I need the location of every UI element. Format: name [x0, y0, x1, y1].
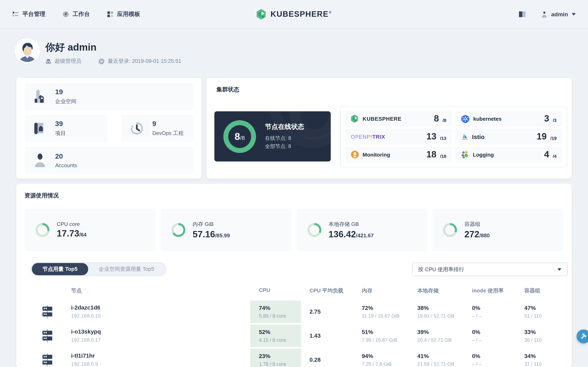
- stat-label: DevOps 工程: [152, 130, 183, 137]
- node-name[interactable]: i-o13skypq: [71, 328, 101, 335]
- stat-value: 39: [55, 120, 66, 128]
- nav-platform-management[interactable]: 平台管理: [12, 10, 45, 18]
- pods-percent: 47%: [524, 305, 536, 311]
- cpu-load: 1.43: [310, 332, 321, 339]
- component-value: 13: [426, 131, 436, 142]
- resource-value: 272/880: [465, 229, 490, 240]
- kubernetes-icon: [461, 114, 470, 123]
- component-logging[interactable]: Logging 4 /4: [455, 147, 562, 162]
- component-value: 3: [544, 113, 549, 124]
- component-name: Monitoring: [363, 151, 390, 158]
- cpu-percent: 52%: [259, 329, 270, 335]
- memory-usage-donut: [172, 223, 185, 237]
- tab-node-usage-top5[interactable]: 节点用量 Top5: [32, 263, 88, 275]
- storage-percent: 39%: [417, 329, 429, 335]
- storage-percent: 41%: [417, 353, 429, 359]
- stat-accounts[interactable]: 20 Accounts: [25, 147, 193, 174]
- cpu-cell-highlight: [250, 300, 301, 323]
- node-name[interactable]: i-2dazc1d6: [71, 304, 100, 311]
- cpu-load: 0.28: [310, 356, 321, 363]
- component-capacity: /19: [550, 136, 557, 141]
- stat-label: 项目: [55, 130, 66, 137]
- resource-cpu: CPU core 17.73/64: [25, 209, 156, 251]
- component-monitoring[interactable]: Monitoring 18 /18: [345, 147, 452, 162]
- overview-stats-card: 19 企业空间 39 项目 9 DevOps 工程: [16, 78, 201, 179]
- istio-icon: [461, 133, 468, 141]
- table-row[interactable]: i-2dazc1d6 192.168.0.15 74% 5.89 / 8 cor…: [31, 300, 567, 323]
- component-istio[interactable]: Istio 19 /19: [455, 129, 562, 144]
- resource-label: 本地存储 GB: [329, 220, 374, 228]
- table-row[interactable]: i-o13skypq 192.168.0.17 52% 4.15 / 8 cor…: [31, 325, 567, 347]
- resource-local-storage: 本地存储 GB 136.42/421.67: [297, 209, 427, 251]
- stat-projects[interactable]: 39 项目: [25, 115, 107, 142]
- memory-percent: 51%: [362, 329, 373, 335]
- resource-value: 17.73/64: [57, 228, 86, 239]
- docs-book-icon[interactable]: [518, 11, 526, 17]
- pods-percent: 33%: [524, 329, 536, 335]
- component-kubesphere[interactable]: KUBESPHERE 8 /8: [345, 111, 452, 126]
- openpitrix-logo: OPENP!TRIX: [351, 133, 385, 140]
- col-pods: 容器组: [524, 287, 540, 294]
- resource-value: 57.16/85.99: [193, 229, 230, 240]
- greeting-block: 你好 admin 超级管理员 最近登录: 2019-09-01 15:25:51: [16, 40, 181, 65]
- top-nav-bar: 平台管理 工作台 应用模板 KUBESPHERE®: [0, 0, 588, 29]
- storage-detail: 21.56 / 52.71 GB: [417, 361, 454, 367]
- memory-detail: 7.25 / 7.8 GiB: [362, 361, 392, 367]
- user-menu[interactable]: admin: [541, 11, 576, 17]
- cpu-detail: 1.79 / 8 core: [259, 361, 286, 367]
- table-row[interactable]: i-tl1i71hr 192.168.0.9 23% 1.79 / 8 core…: [31, 349, 567, 367]
- node-ip: 192.168.0.17: [71, 337, 101, 343]
- memory-detail: 7.95 / 15.67 GiB: [362, 337, 397, 343]
- hammer-icon: [580, 333, 587, 340]
- role-badge-icon: [45, 58, 52, 64]
- stat-devops[interactable]: 9 DevOps 工程: [121, 115, 193, 142]
- nav-label: 工作台: [73, 10, 90, 18]
- col-memory: 内存: [362, 287, 372, 294]
- inode-percent: 0%: [472, 353, 480, 359]
- pods-usage-donut: [443, 223, 457, 237]
- logging-icon: [461, 150, 469, 159]
- col-cpu: CPU: [259, 287, 270, 293]
- inode-detail: – / –: [472, 313, 482, 319]
- resource-label: CPU core: [57, 221, 86, 227]
- registered-mark: ®: [329, 11, 332, 14]
- component-name: KUBESPHERE: [363, 116, 402, 122]
- resource-value: 136.42/421.67: [329, 229, 374, 240]
- node-online-status-panel: 8/8 节点在线状态 在线节点: 8 全部节点: 8: [214, 111, 331, 161]
- component-openpitrix[interactable]: OPENP!TRIX 13 /13: [345, 129, 452, 144]
- pods-detail: 37 / 110: [524, 361, 542, 367]
- memory-detail: 11.19 / 15.67 GiB: [362, 313, 399, 319]
- node-ip: 192.168.0.15: [71, 313, 101, 319]
- cpu-detail: 4.15 / 8 core: [259, 337, 286, 343]
- component-kubernetes[interactable]: kubernetes 3 /3: [455, 111, 562, 126]
- resource-pods: 容器组 272/880: [433, 209, 563, 251]
- monitoring-prometheus-icon: [351, 150, 359, 159]
- kubesphere-logo-icon: [256, 8, 267, 20]
- stat-value: 20: [55, 152, 77, 160]
- col-inode: inode 使用率: [472, 287, 504, 294]
- node-name[interactable]: i-tl1i71hr: [71, 352, 95, 359]
- storage-percent: 38%: [417, 305, 429, 311]
- stat-label: Accounts: [55, 162, 77, 168]
- storage-detail: 19.91 / 52.71 GB: [417, 313, 454, 319]
- nodes-online-donut: 8/8: [223, 120, 256, 153]
- workspace-buildings-icon: [34, 90, 46, 104]
- component-capacity: /4: [553, 154, 557, 159]
- col-load: CPU 平均负载: [310, 287, 343, 294]
- component-name: kubernetes: [473, 116, 502, 122]
- nav-workbench[interactable]: 工作台: [62, 10, 90, 18]
- cpu-cell-highlight: [250, 325, 301, 347]
- component-capacity: /18: [440, 154, 446, 159]
- nav-app-templates[interactable]: 应用模板: [107, 10, 140, 18]
- cpu-percent: 23%: [259, 353, 270, 359]
- kubesphere-icon: [351, 114, 359, 123]
- toolbox-button[interactable]: [577, 329, 588, 343]
- grid-apps-icon: [107, 11, 113, 17]
- tab-workspace-usage-top5[interactable]: 企业空间资源用量 Top5: [88, 263, 165, 275]
- inode-detail: – / –: [472, 337, 482, 343]
- cluster-status-title: 集群状态: [216, 86, 562, 93]
- sort-by-dropdown[interactable]: 按 CPU 使用率排行: [412, 263, 568, 276]
- resource-label: 容器组: [465, 220, 490, 228]
- stat-workspaces[interactable]: 19 企业空间: [25, 83, 193, 110]
- stat-value: 19: [55, 88, 76, 96]
